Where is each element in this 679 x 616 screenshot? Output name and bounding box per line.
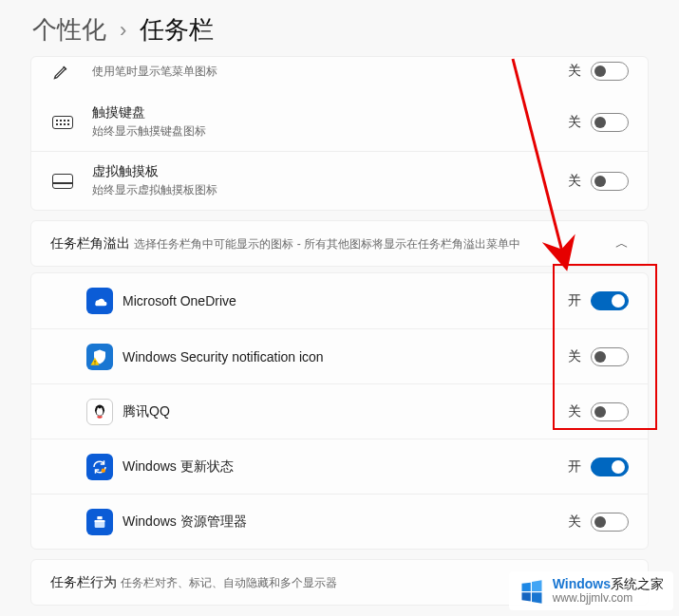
row-virtual-touchpad[interactable]: 虚拟触摸板始终显示虚拟触摸板图标关 xyxy=(31,151,648,210)
svg-rect-9 xyxy=(95,520,105,522)
winupdate-app-icon xyxy=(85,454,123,480)
breadcrumb-parent[interactable]: 个性化 xyxy=(32,13,106,47)
row-explorer[interactable]: Windows 资源管理器关 xyxy=(31,494,648,549)
explorer-app-icon xyxy=(85,509,123,535)
row-winupdate-label: Windows 更新状态 xyxy=(123,458,566,476)
svg-point-3 xyxy=(97,408,104,416)
touchpad-icon xyxy=(50,174,92,189)
row-explorer-status: 关 xyxy=(566,513,581,531)
watermark: Windows系统之家 www.bjjmlv.com xyxy=(509,571,673,610)
behaviors-section-desc: 任务栏对齐、标记、自动隐藏和多个显示器 xyxy=(121,576,337,589)
qq-app-icon xyxy=(85,399,123,425)
row-qq-toggle[interactable] xyxy=(591,402,629,421)
overflow-section-header[interactable]: 任务栏角溢出 选择任务栏角中可能显示的图标 - 所有其他图标将显示在任务栏角溢出… xyxy=(30,220,649,267)
row-qq-label: 腾讯QQ xyxy=(123,403,566,420)
svg-rect-7 xyxy=(97,516,102,519)
breadcrumb-current: 任务栏 xyxy=(140,13,214,47)
row-onedrive-status: 开 xyxy=(566,292,581,309)
row-winupdate-status: 开 xyxy=(566,458,581,476)
watermark-url: www.bjjmlv.com xyxy=(553,592,664,605)
winsec-app-icon xyxy=(85,344,123,370)
row-qq-status: 关 xyxy=(566,403,581,420)
windows-logo-icon xyxy=(519,578,545,605)
row-pen-toggle[interactable] xyxy=(591,62,629,81)
breadcrumb-separator: › xyxy=(120,18,126,43)
row-touch-keyboard-desc: 始终显示触摸键盘图标 xyxy=(92,123,566,140)
svg-rect-0 xyxy=(95,360,96,363)
row-pen-menu[interactable]: 使用笔时显示笔菜单图标 关 xyxy=(31,57,648,93)
row-touch-keyboard-title: 触摸键盘 xyxy=(92,104,566,121)
corner-icons-panel: 使用笔时显示笔菜单图标 关 触摸键盘始终显示触摸键盘图标关虚拟触摸板始终显示虚拟… xyxy=(30,56,649,211)
behaviors-section-title: 任务栏行为 xyxy=(50,574,117,589)
row-touch-keyboard[interactable]: 触摸键盘始终显示触摸键盘图标关 xyxy=(31,93,648,151)
overflow-section-title: 任务栏角溢出 xyxy=(50,235,130,251)
row-winupdate-toggle[interactable] xyxy=(591,457,629,476)
row-onedrive-label: Microsoft OneDrive xyxy=(123,293,566,308)
row-virtual-touchpad-status: 关 xyxy=(566,173,581,190)
row-virtual-touchpad-title: 虚拟触摸板 xyxy=(92,163,566,180)
watermark-brand: Windows系统之家 xyxy=(553,577,664,591)
row-onedrive-toggle[interactable] xyxy=(591,291,629,310)
row-explorer-toggle[interactable] xyxy=(591,513,629,532)
row-winsec-status: 关 xyxy=(566,348,581,365)
row-explorer-label: Windows 资源管理器 xyxy=(123,513,566,531)
pen-icon xyxy=(50,62,92,81)
breadcrumb: 个性化 › 任务栏 xyxy=(0,0,679,60)
row-virtual-touchpad-toggle[interactable] xyxy=(591,172,629,191)
svg-point-6 xyxy=(102,468,106,473)
row-touch-keyboard-status: 关 xyxy=(566,114,581,131)
row-winsec[interactable]: Windows Security notification icon关 xyxy=(31,328,648,383)
chevron-up-icon: ︿ xyxy=(615,235,629,252)
svg-rect-1 xyxy=(95,364,96,364)
row-virtual-touchpad-desc: 始终显示虚拟触摸板图标 xyxy=(92,182,566,198)
overflow-section-desc: 选择任务栏角中可能显示的图标 - 所有其他图标将显示在任务栏角溢出菜单中 xyxy=(134,237,520,251)
row-winupdate[interactable]: Windows 更新状态开 xyxy=(31,439,648,494)
row-touch-keyboard-toggle[interactable] xyxy=(591,113,629,132)
row-winsec-toggle[interactable] xyxy=(591,347,629,366)
row-onedrive[interactable]: Microsoft OneDrive开 xyxy=(31,273,648,328)
keyboard-icon xyxy=(50,116,92,129)
onedrive-app-icon xyxy=(85,288,123,314)
row-pen-status: 关 xyxy=(566,63,581,80)
svg-point-4 xyxy=(98,407,100,409)
svg-point-5 xyxy=(101,407,103,409)
overflow-items-panel: Microsoft OneDrive开Windows Security noti… xyxy=(30,272,649,550)
row-pen-desc: 使用笔时显示笔菜单图标 xyxy=(92,64,566,80)
row-winsec-label: Windows Security notification icon xyxy=(123,349,566,364)
row-qq[interactable]: 腾讯QQ关 xyxy=(31,383,648,439)
